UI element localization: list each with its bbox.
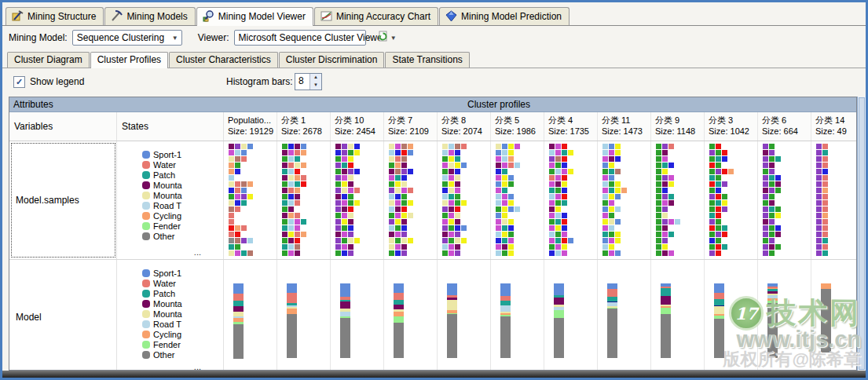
state-square [229, 213, 234, 218]
spinner-up-icon[interactable]: ▲ [310, 74, 321, 82]
state-square [615, 250, 621, 256]
spinner-down-icon[interactable]: ▼ [310, 82, 321, 90]
state-square [769, 188, 775, 193]
tab-state-transitions[interactable]: State Transitions [385, 52, 469, 68]
state-square [395, 238, 401, 243]
horizontal-scrollbar[interactable] [2, 371, 866, 378]
states-cell-model-samples[interactable]: Sport-1WaterPatchMountaMountaRoad TCycli… [117, 141, 224, 259]
sequence-strip-row [544, 232, 597, 238]
sequence-strip-row [491, 225, 544, 232]
state-square [709, 194, 715, 199]
vertical-scrollbar-thumb[interactable] [859, 97, 865, 370]
state-square [549, 200, 555, 206]
table-row-model[interactable]: Model Sport-1WaterPatchMountaMountaRoad … [9, 259, 856, 371]
tab-cluster-profiles[interactable]: Cluster Profiles [90, 52, 168, 68]
tab-cluster-diagram[interactable]: Cluster Diagram [7, 52, 90, 68]
sequence-strip-row [705, 188, 757, 194]
cluster-column-header[interactable]: 分类 6Size: 664 [758, 112, 811, 141]
state-square [515, 163, 520, 168]
tab-cluster-characteristics[interactable]: Cluster Characteristics [169, 52, 278, 68]
sequence-strip-row [224, 163, 277, 169]
tab-mining-accuracy-chart[interactable]: Mining Accuracy Chart [314, 7, 438, 25]
cluster-column-header[interactable]: 分类 4Size: 1735 [544, 112, 598, 141]
cluster-column-header[interactable]: 分类 1Size: 2678 [277, 112, 331, 141]
refresh-button[interactable] [375, 30, 391, 46]
state-square [609, 206, 614, 212]
legend-label: Fender [153, 221, 181, 231]
variable-cell-model[interactable]: Model [9, 260, 117, 371]
vertical-scrollbar[interactable] [857, 97, 866, 371]
state-square [442, 156, 448, 162]
cluster-column-header[interactable]: 分类 9Size: 1148 [651, 112, 705, 141]
state-square [508, 238, 514, 243]
sequence-strip-row [277, 206, 330, 213]
sequence-strip-row [438, 225, 490, 232]
state-square [769, 144, 775, 149]
cluster-column-header[interactable]: 分类 3Size: 1042 [705, 112, 758, 141]
state-square [508, 219, 514, 225]
state-square [502, 213, 507, 218]
cluster-column-header[interactable]: 分类 14Size: 49 [811, 112, 856, 141]
state-square [335, 169, 341, 174]
sequence-strip-row [544, 188, 597, 194]
state-square [295, 163, 300, 168]
cluster-column-header[interactable]: 分类 10Size: 2454 [331, 112, 384, 141]
sequence-strip-row [651, 150, 704, 156]
cluster-name: 分类 14 [815, 115, 856, 126]
state-square [282, 144, 288, 149]
cluster-column-header[interactable]: 分类 7Size: 2109 [384, 112, 438, 141]
cluster-column-header[interactable]: Populatio...Size: 19129 [224, 112, 277, 141]
state-square [348, 163, 353, 168]
tab-mining-model-prediction[interactable]: Mining Model Prediction [439, 7, 570, 25]
states-column-header[interactable]: States [117, 112, 224, 141]
sequence-strip-row [438, 206, 490, 213]
show-legend-checkbox[interactable]: ✓ [13, 76, 25, 88]
cluster-column-header[interactable]: 分类 8Size: 2074 [438, 112, 491, 141]
legend-color-swatch [142, 331, 150, 338]
subtab-label: Cluster Diagram [14, 54, 82, 65]
sequence-strip-row [705, 163, 757, 169]
cluster-column-header[interactable]: 分类 5Size: 1986 [491, 112, 544, 141]
state-square [609, 232, 614, 237]
state-square [602, 144, 608, 149]
histogram-bars-spinner[interactable]: 8 ▲▼ [295, 73, 322, 90]
variable-cell-model-samples[interactable]: Model.samples [9, 141, 117, 259]
tab-mining-models[interactable]: Mining Models [104, 7, 195, 25]
sequence-strip-row [598, 156, 650, 163]
state-square [662, 150, 668, 155]
state-square [722, 206, 727, 212]
state-square [716, 244, 721, 250]
state-square [775, 244, 781, 250]
legend-label: Other [153, 350, 175, 360]
sequence-strip-row [224, 156, 277, 163]
state-square [763, 156, 768, 162]
state-square [229, 175, 234, 181]
sequence-strip-cell [758, 141, 811, 259]
states-cell-model[interactable]: Sport-1WaterPatchMountaMountaRoad TCycli… [117, 260, 224, 371]
cluster-size: Size: 1986 [495, 126, 544, 137]
tab-mining-model-viewer[interactable]: Mining Model Viewer [196, 7, 313, 26]
sequence-strip-row [331, 181, 383, 188]
state-square [709, 188, 715, 193]
state-square [348, 194, 353, 199]
sequence-strip-row [811, 200, 856, 206]
cluster-column-header[interactable]: 分类 11Size: 1473 [598, 112, 651, 141]
legend-color-swatch [142, 171, 150, 179]
state-square [288, 150, 294, 155]
variables-column-header[interactable]: Variables [9, 112, 117, 141]
state-square [455, 188, 460, 193]
state-square [449, 200, 454, 206]
viewer-select[interactable]: Microsoft Sequence Cluster Viewer ▼ [234, 30, 366, 46]
state-square [609, 150, 614, 155]
mining-model-select[interactable]: Sequence Clustering ▼ [72, 30, 182, 46]
state-square [662, 156, 668, 162]
state-square [288, 225, 294, 231]
sequence-strip-row [331, 225, 383, 232]
tab-mining-structure[interactable]: Mining Structure [5, 7, 104, 25]
sequence-strip-row [277, 238, 330, 244]
state-square [389, 156, 394, 162]
table-row-model-samples[interactable]: Model.samples Sport-1WaterPatchMountaMou… [9, 141, 856, 259]
sequence-strip-row [811, 232, 856, 238]
tab-label: Mining Models [126, 11, 187, 22]
tab-cluster-discrimination[interactable]: Cluster Discrimination [279, 52, 385, 68]
